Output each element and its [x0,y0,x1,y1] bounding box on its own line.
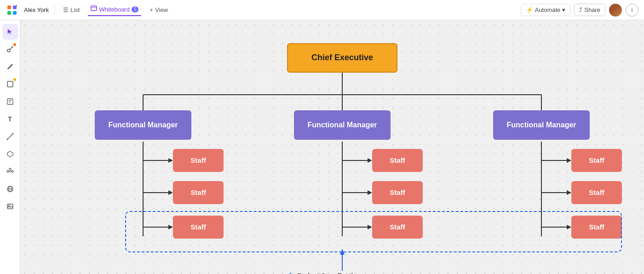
view-label: View [155,6,168,13]
avatar-image [609,4,622,17]
whiteboard-count: 5 [132,6,139,12]
automate-icon: ⚡ [526,6,533,13]
user-name: Alex York [24,6,49,13]
svg-line-13 [7,134,13,139]
avatar[interactable] [609,4,622,17]
manager-box-3: Functional Manager [493,110,590,140]
layout: T [0,20,644,274]
text-tool[interactable]: T [2,111,18,127]
connector-tool[interactable] [2,164,18,179]
svg-point-15 [12,133,13,135]
svg-marker-53 [340,249,345,255]
sticky-tool[interactable] [2,94,18,109]
svg-rect-2 [7,11,11,15]
project-coordination-label: Project Coordination [287,272,361,274]
info-button[interactable]: i [626,4,638,17]
staff-box-2-3: Staff [372,216,423,239]
topbar-left: Alex York ☰ List Whiteboard 5 + View [6,4,171,17]
list-nav[interactable]: ☰ List [60,5,82,15]
svg-marker-35 [168,190,173,195]
paint-tool[interactable] [2,41,18,57]
whiteboard-nav[interactable]: Whiteboard 5 [88,4,141,16]
staff-box-3-3: Staff [571,216,622,239]
svg-point-25 [8,205,10,206]
orange-dot [13,43,16,46]
shape-tool[interactable] [2,76,18,92]
nav-divider [54,6,55,15]
svg-rect-3 [13,11,17,15]
svg-rect-5 [91,6,97,11]
staff-box-2-2: Staff [372,181,423,204]
view-nav[interactable]: + View [147,5,171,15]
svg-marker-47 [567,158,571,163]
whiteboard-icon [91,6,97,13]
info-icon: i [632,6,633,13]
chief-executive-box: Chief Executive [287,43,397,73]
svg-marker-33 [168,158,173,163]
app-icon[interactable] [6,4,18,17]
svg-rect-1 [13,6,17,9]
svg-marker-44 [368,225,372,229]
diagram-tool[interactable] [2,146,18,162]
svg-rect-9 [7,81,13,87]
topbar: Alex York ☰ List Whiteboard 5 + View ⚡ A… [0,0,644,20]
svg-marker-42 [368,190,372,195]
pointer-tool[interactable] [2,24,18,40]
list-icon: ☰ [63,6,69,13]
yellow-dot [13,78,16,81]
manager-box-1: Functional Manager [95,110,191,140]
svg-rect-10 [7,99,13,104]
manager-box-2: Functional Manager [294,110,391,140]
pen-tool[interactable] [2,59,18,74]
svg-point-14 [6,139,8,140]
staff-box-3-2: Staff [571,181,622,204]
chevron-down-icon: ▾ [562,6,565,13]
line-tool[interactable] [2,129,18,144]
staff-box-1-3: Staff [173,216,224,239]
svg-marker-37 [168,225,173,229]
text-icon: T [8,115,12,123]
list-label: List [70,6,80,13]
globe-tool[interactable] [2,181,18,197]
svg-rect-0 [7,6,11,9]
canvas[interactable]: Chief Executive Functional Manager Funct… [20,20,644,274]
staff-box-2-1: Staff [372,149,423,172]
svg-marker-49 [567,190,571,195]
svg-point-18 [9,168,11,170]
plus-icon: + [150,6,153,13]
whiteboard-label: Whiteboard [99,6,129,13]
svg-point-8 [12,46,13,48]
staff-box-1-1: Staff [173,149,224,172]
svg-marker-51 [567,225,571,229]
sidebar: T [0,20,20,274]
share-icon: ⤴ [579,6,582,13]
svg-point-16 [7,171,9,172]
svg-marker-40 [368,158,372,163]
automate-button[interactable]: ⚡ Automate ▾ [521,4,571,16]
image-tool[interactable] [2,199,18,214]
staff-box-1-2: Staff [173,181,224,204]
topbar-right: ⚡ Automate ▾ ⤴ Share i [521,4,638,17]
svg-point-17 [12,171,13,172]
staff-box-3-1: Staff [571,149,622,172]
share-button[interactable]: ⤴ Share [574,4,605,16]
